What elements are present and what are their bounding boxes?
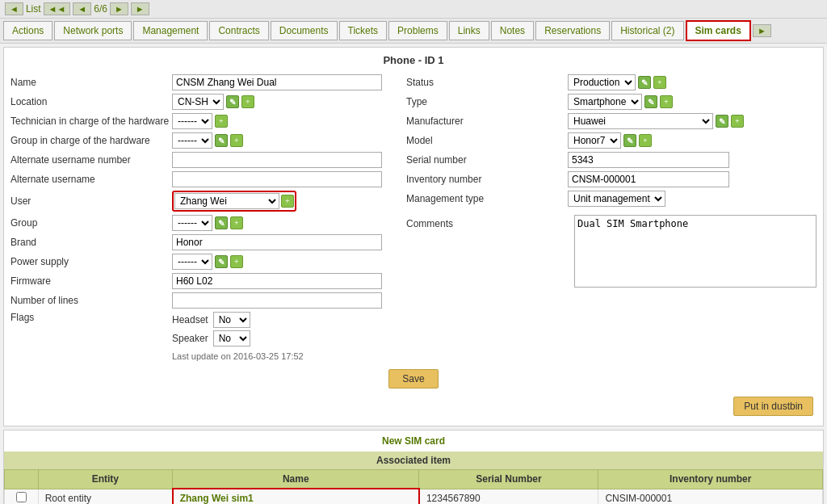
model-add-btn[interactable]: + [639,134,652,147]
tab-contracts[interactable]: Contracts [209,21,268,40]
group-edit-btn[interactable]: ✎ [215,134,228,147]
brand-value [172,234,390,250]
group-select[interactable]: ------ [172,132,212,149]
power-supply-label: Power supply [10,256,172,267]
user-select[interactable]: Zhang Wei [174,193,279,209]
model-select[interactable]: Honor7 [568,132,621,149]
manufacturer-select[interactable]: Huawei [568,113,713,129]
save-button[interactable]: Save [388,369,438,388]
speaker-label: Speaker [172,333,208,344]
group2-edit-btn[interactable]: ✎ [215,216,228,229]
status-label: Status [406,77,568,88]
nav-arrow-first[interactable]: ◄◄ [44,2,71,15]
mgmt-type-value: Unit management [568,191,817,207]
brand-row: Brand [10,233,390,252]
manufacturer-edit-btn[interactable]: ✎ [716,115,728,128]
power-supply-select[interactable]: ------ [172,254,212,270]
row1-entity: Root entity [38,489,173,504]
firmware-value [172,273,390,289]
type-select[interactable]: Smartphone [568,94,642,110]
group2-value: ------ ✎ + [172,215,390,231]
firmware-label: Firmware [10,275,172,287]
user-add-btn[interactable]: + [281,195,294,208]
type-edit-btn[interactable]: ✎ [644,95,657,108]
serial-label: Serial number [406,154,568,166]
inventory-input[interactable] [568,171,729,187]
num-lines-label: Number of lines [10,295,172,306]
location-edit-btn[interactable]: ✎ [226,95,239,108]
technician-select[interactable]: ------ [172,113,212,129]
name-input[interactable] [172,74,382,90]
tab-reservations[interactable]: Reservations [535,21,610,40]
brand-input[interactable] [172,234,382,250]
power-supply-add-btn[interactable]: + [230,255,243,268]
type-label: Type [406,96,568,107]
row1-name-link[interactable]: Zhang Wei sim1 [180,493,254,504]
tab-documents[interactable]: Documents [271,21,338,40]
nav-arrow-prev[interactable]: ◄ [73,2,91,15]
tab-management[interactable]: Management [133,21,208,40]
tab-historical[interactable]: Historical (2) [611,21,683,40]
row1-serial: 1234567890 [419,489,598,504]
list-navigation: ◄ List ◄◄ ◄ 6/6 ► ► [5,2,149,15]
status-select[interactable]: Production [568,74,636,90]
group-value: ------ ✎ + [172,132,390,149]
tab-network-ports[interactable]: Network ports [54,21,132,40]
model-edit-btn[interactable]: ✎ [623,134,636,147]
nav-arrow-last[interactable]: ► [131,2,149,15]
tab-sim-cards[interactable]: Sim cards [686,20,751,41]
power-supply-edit-btn[interactable]: ✎ [215,255,228,268]
group2-add-btn[interactable]: + [230,216,243,229]
manufacturer-add-btn[interactable]: + [731,115,744,128]
model-value: Honor7 ✎ + [568,132,817,149]
table-row: Root entity Zhang Wei sim1 1234567890 CN… [5,489,823,504]
comments-section: Comments Dual SIM Smartphone [406,215,817,288]
alt-username-num-value [172,152,390,168]
location-add-btn[interactable]: + [241,95,254,108]
location-select[interactable]: CN-SH [172,94,224,110]
inventory-value [568,171,817,187]
col-header-serial: Serial Number [419,470,598,489]
manufacturer-label: Manufacturer [406,116,568,127]
new-sim-link[interactable]: New SIM card [4,430,823,452]
model-row: Model Honor7 ✎ + [406,131,817,150]
user-label: User [10,195,172,207]
firmware-input[interactable] [172,273,382,289]
tab-links[interactable]: Links [449,21,489,40]
headset-flag: Headset No Yes [172,312,250,328]
alt-username-num-input[interactable] [172,152,382,168]
comments-textarea[interactable]: Dual SIM Smartphone [574,215,817,288]
technician-add-btn[interactable]: + [215,115,228,128]
technician-label: Technician in charge of the hardware [10,116,172,127]
tab-problems[interactable]: Problems [388,21,447,40]
name-value [172,74,390,90]
dustbin-button[interactable]: Put in dustbin [733,397,813,416]
nav-arrow-next[interactable]: ► [110,2,128,15]
power-supply-row: Power supply ------ ✎ + [10,252,390,271]
alt-username-input[interactable] [172,171,382,187]
mgmt-type-select[interactable]: Unit management [568,191,665,207]
serial-input[interactable] [568,152,729,168]
row1-name-cell: Zhang Wei sim1 [173,489,419,504]
back-arrow[interactable]: ◄ [5,2,23,15]
group2-select[interactable]: ------ [172,215,212,231]
type-add-btn[interactable]: + [660,95,673,108]
technician-row: Technician in charge of the hardware ---… [10,111,390,131]
group-add-btn[interactable]: + [230,134,243,147]
flags-row: Flags Headset No Yes Speaker No Yes [10,310,390,348]
left-column: Name Location CN-SH ✎ + Technician in ch… [10,73,390,348]
row1-checkbox-cell [5,489,39,504]
list-link[interactable]: List [26,3,41,15]
status-add-btn[interactable]: + [653,76,666,89]
status-edit-btn[interactable]: ✎ [638,76,651,89]
tab-tickets[interactable]: Tickets [339,21,388,40]
nav-right-arrow[interactable]: ► [753,24,771,37]
tab-notes[interactable]: Notes [491,21,534,40]
status-row: Status Production ✎ + [406,73,817,92]
speaker-select[interactable]: No Yes [213,330,250,346]
row1-checkbox[interactable] [16,492,27,502]
num-lines-input[interactable] [172,292,382,309]
tab-actions[interactable]: Actions [3,21,52,40]
headset-select[interactable]: No Yes [213,312,250,328]
group-row: Group in charge of the hardware ------ ✎… [10,131,390,150]
